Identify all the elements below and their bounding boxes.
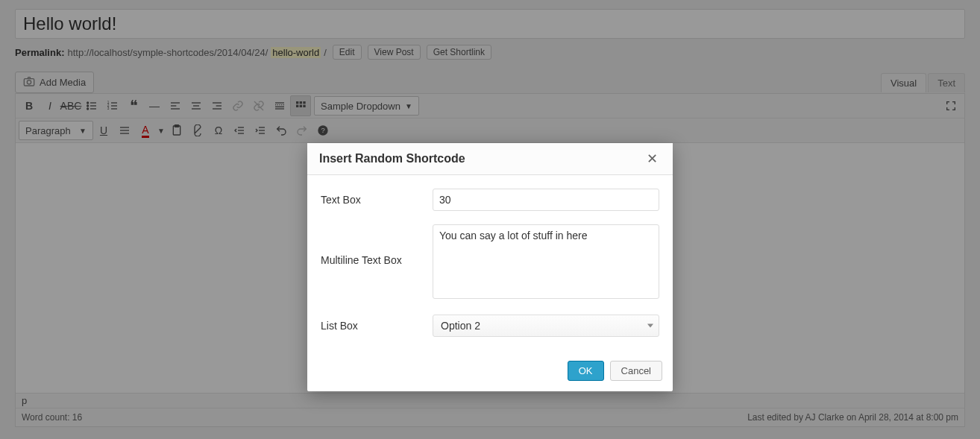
insert-shortcode-modal: Insert Random Shortcode ✕ Text Box Multi… (307, 143, 673, 391)
list-box-label: List Box (321, 320, 433, 332)
close-icon[interactable]: ✕ (644, 151, 661, 167)
text-box-input[interactable] (433, 189, 659, 211)
text-box-label: Text Box (321, 194, 433, 206)
multiline-label: Multiline Text Box (321, 224, 433, 266)
multiline-input[interactable]: You can say a lot of stuff in here (433, 224, 659, 299)
cancel-button[interactable]: Cancel (610, 361, 662, 381)
ok-button[interactable]: OK (568, 361, 604, 381)
modal-title: Insert Random Shortcode (319, 152, 465, 165)
list-box-select[interactable]: Option 2 (433, 315, 659, 337)
